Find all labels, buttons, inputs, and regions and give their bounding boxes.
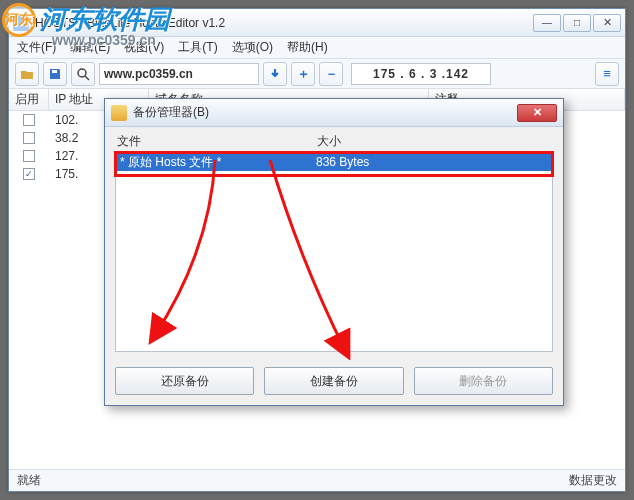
toolbar: ＋ － ≡ <box>9 59 625 89</box>
app-icon <box>13 15 29 31</box>
tool-add-icon[interactable]: ＋ <box>291 62 315 86</box>
ip-input[interactable] <box>351 63 491 85</box>
dialog-col-size[interactable]: 大小 <box>317 133 551 150</box>
svg-line-2 <box>85 76 89 80</box>
checkbox[interactable] <box>23 132 35 144</box>
minimize-button[interactable]: — <box>533 14 561 32</box>
app-title: HOSTS - BlueLife Hosts Editor v1.2 <box>35 16 533 30</box>
delete-backup-button[interactable]: 删除备份 <box>414 367 553 395</box>
menu-view[interactable]: 视图(V) <box>124 39 164 56</box>
tool-search-icon[interactable] <box>71 62 95 86</box>
tool-down-icon[interactable] <box>263 62 287 86</box>
svg-point-1 <box>78 69 86 77</box>
menu-options[interactable]: 选项(O) <box>232 39 273 56</box>
menu-edit[interactable]: 编辑(E) <box>70 39 110 56</box>
statusbar: 就绪 数据更改 <box>9 469 625 491</box>
dialog-columns: 文件 大小 <box>115 133 553 152</box>
menu-tools[interactable]: 工具(T) <box>178 39 217 56</box>
file-size: 836 Bytes <box>316 155 552 169</box>
maximize-button[interactable]: □ <box>563 14 591 32</box>
dialog-titlebar: 备份管理器(B) ✕ <box>105 99 563 127</box>
tool-remove-icon[interactable]: － <box>319 62 343 86</box>
file-row-selected[interactable]: * 原始 Hosts 文件 * 836 Bytes <box>116 153 552 171</box>
status-left: 就绪 <box>17 472 41 489</box>
tool-open-icon[interactable] <box>15 62 39 86</box>
checkbox[interactable] <box>23 150 35 162</box>
col-enable[interactable]: 启用 <box>9 89 49 110</box>
close-button[interactable]: ✕ <box>593 14 621 32</box>
domain-input[interactable] <box>99 63 259 85</box>
menu-help[interactable]: 帮助(H) <box>287 39 328 56</box>
file-list: * 原始 Hosts 文件 * 836 Bytes <box>115 152 553 352</box>
tool-save-icon[interactable] <box>43 62 67 86</box>
menubar: 文件(F) 编辑(E) 视图(V) 工具(T) 选项(O) 帮助(H) <box>9 37 625 59</box>
main-titlebar: HOSTS - BlueLife Hosts Editor v1.2 — □ ✕ <box>9 9 625 37</box>
restore-backup-button[interactable]: 还原备份 <box>115 367 254 395</box>
file-name: * 原始 Hosts 文件 * <box>116 154 316 171</box>
tool-list-icon[interactable]: ≡ <box>595 62 619 86</box>
create-backup-button[interactable]: 创建备份 <box>264 367 403 395</box>
dialog-col-file[interactable]: 文件 <box>117 133 317 150</box>
checkbox[interactable]: ✓ <box>23 168 35 180</box>
dialog-icon <box>111 105 127 121</box>
dialog-close-button[interactable]: ✕ <box>517 104 557 122</box>
svg-rect-0 <box>52 70 57 73</box>
dialog-title: 备份管理器(B) <box>133 104 517 121</box>
backup-manager-dialog: 备份管理器(B) ✕ 文件 大小 * 原始 Hosts 文件 * 836 Byt… <box>104 98 564 406</box>
checkbox[interactable] <box>23 114 35 126</box>
menu-file[interactable]: 文件(F) <box>17 39 56 56</box>
status-right: 数据更改 <box>569 472 617 489</box>
